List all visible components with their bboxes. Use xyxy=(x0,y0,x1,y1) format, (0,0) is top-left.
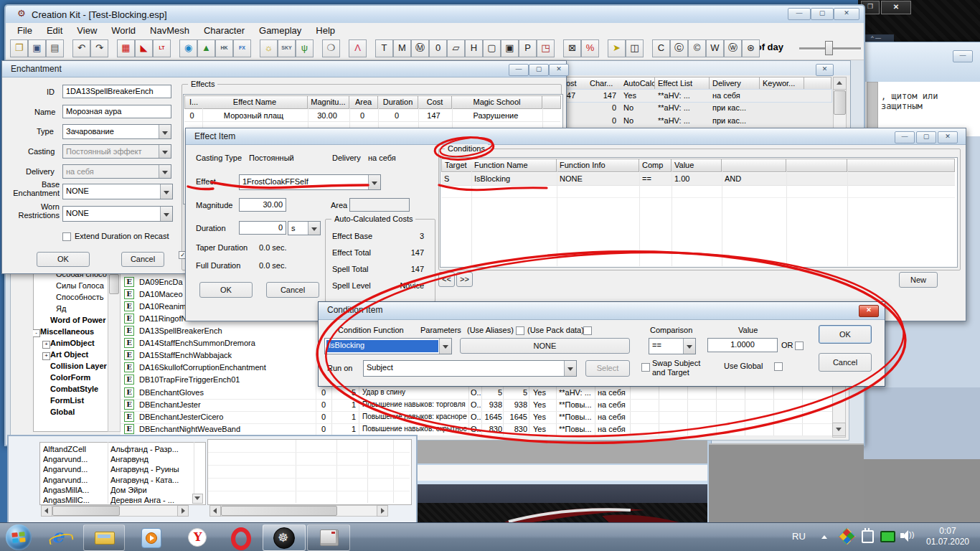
form-m-circle-icon[interactable]: Ⓜ xyxy=(411,39,429,57)
condition-item-cancel-button[interactable]: Cancel xyxy=(819,353,872,372)
effect-item-ok-button[interactable]: OK xyxy=(199,282,253,298)
effects-column-header[interactable] xyxy=(542,95,561,109)
media-player-icon[interactable] xyxy=(131,524,171,550)
internet-explorer-icon[interactable]: e xyxy=(44,524,76,550)
app-box-icon[interactable] xyxy=(307,524,350,551)
start-button[interactable] xyxy=(6,524,32,550)
run-on-dropdown[interactable]: Subject xyxy=(363,360,577,377)
fx-icon[interactable]: FX xyxy=(233,39,251,57)
snap-angle-icon[interactable]: ◣ xyxy=(135,39,153,57)
main-minimize-button[interactable]: — xyxy=(788,8,811,20)
list-scrollbar-thumb[interactable] xyxy=(834,90,846,115)
effects-column-header[interactable]: I... xyxy=(184,95,203,109)
list-column-header[interactable]: AutoCalc xyxy=(621,77,655,90)
marker-icon[interactable]: Λ xyxy=(349,39,367,57)
grass-icon[interactable]: ψ xyxy=(296,39,314,57)
scroll-left[interactable] xyxy=(41,505,52,517)
effect-dropdown[interactable]: 1FrostCloakFFSelf xyxy=(239,174,381,190)
undo-icon[interactable]: ↶ xyxy=(72,39,90,57)
effects-column-header[interactable]: Magic School xyxy=(452,95,542,109)
conditions-column-header[interactable]: Comp xyxy=(639,159,672,172)
form-cube-icon[interactable]: ▱ xyxy=(447,39,465,57)
list-column-header[interactable] xyxy=(804,77,831,90)
form-omega-icon[interactable]: ⊛ xyxy=(742,39,760,57)
menu-edit[interactable]: Edit xyxy=(39,23,70,38)
conditions-column-header[interactable] xyxy=(786,159,847,172)
extend-duration-checkbox[interactable] xyxy=(62,232,71,241)
enchantment-titlebar[interactable]: Enchantment — ▢ ✕ xyxy=(2,61,566,77)
clock-time[interactable]: 0:07 xyxy=(922,526,974,536)
tray-volume-icon[interactable]: )) xyxy=(900,529,915,542)
background-dark-close-button[interactable]: ✕ xyxy=(881,1,911,14)
list-column-header[interactable]: Keywor... xyxy=(760,77,804,90)
tray-plug-icon[interactable] xyxy=(862,530,874,543)
condition-item-titlebar[interactable]: Condition Item ✕ xyxy=(319,302,885,320)
scroll-right[interactable] xyxy=(177,505,189,517)
or-checkbox[interactable] xyxy=(795,342,804,350)
effects-column-header[interactable]: Cost xyxy=(418,95,452,109)
lightbulb-icon[interactable]: ☼ xyxy=(260,39,278,57)
enchantment-close-button[interactable]: ✕ xyxy=(549,64,569,76)
path-arrow-icon[interactable]: ➤ xyxy=(608,39,626,57)
name-field[interactable]: Морозная аура xyxy=(62,105,171,118)
havok-icon[interactable]: HK xyxy=(215,39,233,57)
duration-unit-dropdown[interactable]: s xyxy=(288,221,321,235)
main-maximize-button[interactable]: ▢ xyxy=(811,8,834,20)
menu-help[interactable]: Help xyxy=(308,23,342,38)
list-scrollbar-up[interactable] xyxy=(833,77,847,90)
menu-navmesh[interactable]: NavMesh xyxy=(143,23,197,38)
cell-list-scroll-down[interactable] xyxy=(192,494,203,504)
conditions-column-header[interactable]: Target xyxy=(441,159,472,172)
condition-function-dropdown[interactable]: IsBlocking xyxy=(324,338,452,354)
cell-id-4[interactable]: AngasMillA... xyxy=(43,486,106,494)
effect-item-cancel-button[interactable]: Cancel xyxy=(266,282,319,298)
explorer-icon[interactable] xyxy=(83,524,125,551)
default-object-icon[interactable]: ◫ xyxy=(626,39,644,57)
form-x-icon[interactable]: ⊠ xyxy=(563,39,581,57)
worn-restrictions-dropdown[interactable]: NONE xyxy=(62,206,173,222)
cell-id-2[interactable]: Angarvund... xyxy=(43,465,106,474)
swap-subject-checkbox[interactable] xyxy=(641,363,650,372)
effects-column-header[interactable]: Duration xyxy=(378,95,418,109)
effect-item-minimize-button[interactable]: — xyxy=(895,131,915,143)
conditions-column-header[interactable]: Value xyxy=(672,159,722,172)
form-m-icon[interactable]: M xyxy=(393,39,411,57)
open-icon[interactable]: ❐ xyxy=(10,39,28,57)
effects-column-header[interactable]: Area xyxy=(349,95,378,109)
value-field[interactable]: 1.0000 xyxy=(707,338,778,352)
creation-kit-icon[interactable]: ☸ xyxy=(263,524,306,551)
conditions-next-button[interactable]: >> xyxy=(456,272,473,287)
local-rotation-icon[interactable]: LT xyxy=(153,39,171,57)
conditions-column-header[interactable]: Function Info xyxy=(557,159,639,172)
condition-item-ok-button[interactable]: OK xyxy=(819,325,872,344)
tray-display-icon[interactable] xyxy=(880,531,895,542)
id-field[interactable]: 1DA13SpellBreakerEnch xyxy=(62,85,171,98)
type-dropdown[interactable]: Зачарование xyxy=(62,124,171,139)
enchantment-ok-button[interactable]: OK xyxy=(37,252,90,267)
dialogue-icon[interactable]: ❍ xyxy=(322,39,340,57)
form-h-icon[interactable]: H xyxy=(465,39,483,57)
duration-field[interactable]: 0 xyxy=(239,221,286,235)
list-column-header[interactable]: Delivery xyxy=(710,77,760,90)
cell-id-5[interactable]: AngasMillC... xyxy=(43,496,106,504)
scroll-right[interactable] xyxy=(377,505,388,517)
unlink-icon[interactable]: % xyxy=(581,39,599,57)
form-c-circle-icon[interactable]: ⓒ xyxy=(670,39,688,57)
landscape-icon[interactable]: ▲ xyxy=(197,39,215,57)
cell-id-3[interactable]: Angarvund... xyxy=(43,476,106,484)
menu-world[interactable]: World xyxy=(104,23,143,38)
effects-column-header[interactable]: Magnitu... xyxy=(308,95,349,109)
conditions-column-header[interactable] xyxy=(847,159,955,172)
form-w-icon[interactable]: W xyxy=(706,39,724,57)
tray-language[interactable]: RU xyxy=(792,531,806,542)
menu-character[interactable]: Character xyxy=(197,23,252,38)
preferences-icon[interactable]: ▤ xyxy=(46,39,64,57)
copyright-icon[interactable]: © xyxy=(688,39,706,57)
form-q-icon[interactable]: ◳ xyxy=(537,39,555,57)
form-w-circle-icon[interactable]: ⓦ xyxy=(724,39,742,57)
tray-avg-icon[interactable] xyxy=(838,527,855,545)
sky-icon[interactable]: SKY xyxy=(278,39,296,57)
redo-icon[interactable]: ↷ xyxy=(90,39,108,57)
conditions-column-header[interactable] xyxy=(722,159,786,172)
enchantment-minimize-button[interactable]: — xyxy=(509,64,529,76)
